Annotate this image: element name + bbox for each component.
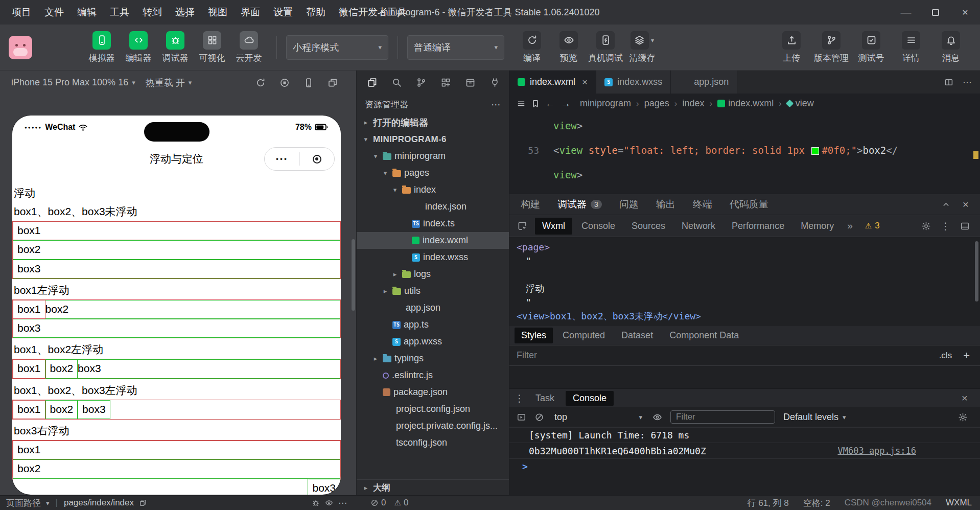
page-path-label[interactable]: 页面路径 <box>6 497 41 509</box>
breadcrumb-item[interactable]: view <box>787 98 814 109</box>
breadcrumb-item[interactable]: pages <box>644 98 669 109</box>
console-filter-input[interactable] <box>670 410 775 424</box>
toolbar-button-device-debug[interactable]: 真机调试 <box>587 31 624 64</box>
styles-tab[interactable]: Styles <box>515 328 553 343</box>
chevron-down-icon[interactable]: ▾ <box>46 499 50 507</box>
dock-panel-icon[interactable] <box>960 221 970 231</box>
devtools-tab[interactable]: Performance <box>725 218 791 235</box>
home-capsule-icon[interactable] <box>300 155 335 164</box>
hot-reload-toggle[interactable]: 热重载 开 ▾ <box>141 77 197 89</box>
wxml-tree-line[interactable]: <view>box1、box2、box3未浮动</view> <box>517 309 980 323</box>
device-selector[interactable]: iPhone 15 Pro Max 100% 16 ▾ <box>6 77 141 88</box>
bookmark-icon[interactable] <box>531 99 540 108</box>
menu-item[interactable]: 编辑 <box>71 0 103 25</box>
devtools-tab[interactable]: Wxml <box>535 218 572 235</box>
close-drawer-icon[interactable]: × <box>962 392 975 404</box>
styles-tab[interactable]: Dataset <box>615 328 660 343</box>
mode-dropdown[interactable]: 小程序模式 ▾ <box>286 35 388 60</box>
toolbar-button-message[interactable]: 消息 <box>931 31 971 64</box>
outline-section[interactable]: ▸ 大纲 <box>357 479 509 495</box>
menu-item[interactable]: 设置 <box>267 0 299 25</box>
wxml-tree-line[interactable]: 浮动 <box>517 282 980 295</box>
tree-item-package.json[interactable]: package.json <box>357 384 509 401</box>
search-icon[interactable] <box>391 77 402 88</box>
breadcrumb-item[interactable]: miniprogram <box>580 98 631 109</box>
close-tab-icon[interactable]: × <box>582 77 588 88</box>
console-output[interactable]: [system] Launch Time: 6718 ms0b32Mu000T1… <box>509 427 980 495</box>
tree-item-index[interactable]: ▾index <box>357 181 509 198</box>
copy-path-icon[interactable] <box>139 499 147 507</box>
back-arrow-icon[interactable]: ← <box>545 98 555 109</box>
breadcrumb-item[interactable]: index.wxml <box>717 98 774 109</box>
plugin-icon[interactable] <box>489 77 500 88</box>
more-tabs-icon[interactable]: » <box>843 220 857 231</box>
tree-item-utils[interactable]: ▸utils <box>357 283 509 299</box>
inspect-element-icon[interactable] <box>514 221 531 231</box>
debugger-panel-tab[interactable]: 输出 <box>656 198 675 211</box>
toolbar-button-upload[interactable]: 上传 <box>772 31 811 64</box>
device-frame-icon[interactable] <box>304 78 314 88</box>
warning-badge[interactable]: ⚠ 3 <box>865 221 880 231</box>
menu-item[interactable]: 视图 <box>201 0 234 25</box>
toolbar-button-version[interactable]: 版本管理 <box>811 31 851 64</box>
source-control-icon[interactable] <box>416 77 427 88</box>
tree-item-logs[interactable]: ▸logs <box>357 266 509 283</box>
devtools-tab[interactable]: Console <box>574 218 622 235</box>
toolbar-button-debugger[interactable]: 调试器 <box>157 31 194 64</box>
refresh-icon[interactable] <box>255 78 266 88</box>
project-root-section[interactable]: ▾ MINIPROGRAM-6 <box>357 131 509 148</box>
toolbar-button-preview[interactable]: 预览 <box>550 31 587 64</box>
tab-console[interactable]: Console <box>566 391 614 406</box>
tree-item-miniprogram[interactable]: ▾miniprogram <box>357 148 509 165</box>
tree-item-index.wxml[interactable]: index.wxml <box>357 232 509 249</box>
more-actions-icon[interactable]: ⋯ <box>338 498 347 508</box>
add-style-button[interactable]: + <box>960 349 973 362</box>
compile-mode-dropdown[interactable]: 普通编译 ▾ <box>407 35 504 60</box>
open-editors-section[interactable]: ▸ 打开的编辑器 <box>357 114 509 131</box>
tree-item-index.json[interactable]: index.json <box>357 198 509 215</box>
tree-item-index.ts[interactable]: index.ts <box>357 215 509 232</box>
tab-task[interactable]: Task <box>528 391 562 406</box>
debugger-panel-tab[interactable]: 终端 <box>693 198 712 211</box>
tree-item-index.wxss[interactable]: index.wxss <box>357 249 509 266</box>
more-actions-icon[interactable]: ⋯ <box>963 77 972 88</box>
menu-item[interactable]: 工具 <box>103 0 136 25</box>
wxml-scrollbar[interactable] <box>975 241 978 302</box>
styles-tab[interactable]: Component Data <box>663 328 745 343</box>
devtools-tab[interactable]: Sources <box>624 218 672 235</box>
context-selector[interactable]: top ▾ <box>552 412 644 423</box>
log-levels-dropdown[interactable]: Default levels ▾ <box>783 412 846 423</box>
toolbar-button-editor[interactable]: 编辑器 <box>120 31 157 64</box>
menu-item[interactable]: 界面 <box>234 0 267 25</box>
editor-tab[interactable]: index.wxml× <box>509 71 596 94</box>
tree-item-app.json[interactable]: app.json <box>357 299 509 316</box>
indent-setting[interactable]: 空格: 2 <box>803 497 830 509</box>
cls-toggle[interactable]: .cls <box>939 351 952 361</box>
menu-item[interactable]: 转到 <box>136 0 169 25</box>
vconsole-bug-icon[interactable] <box>312 499 320 507</box>
split-editor-icon[interactable] <box>944 78 953 87</box>
toolbar-button-visual[interactable]: 可视化 <box>194 31 230 64</box>
stop-icon[interactable] <box>279 78 290 88</box>
forward-arrow-icon[interactable]: → <box>561 98 571 109</box>
debugger-panel-tab[interactable]: 问题 <box>619 198 639 211</box>
toolbar-button-details[interactable]: 详情 <box>891 31 931 64</box>
more-menu-icon[interactable]: ●●● <box>265 156 299 161</box>
wxml-tree-line[interactable]: " <box>517 254 980 268</box>
wxml-tree-line[interactable]: " <box>517 295 980 309</box>
toolbar-button-simulator[interactable]: 模拟器 <box>83 31 120 64</box>
eval-context-icon[interactable] <box>517 412 526 422</box>
extensions-icon[interactable] <box>440 77 451 88</box>
breadcrumb-item[interactable]: index <box>682 98 704 109</box>
capsule-menu[interactable]: ●●● <box>264 147 335 171</box>
toolbar-button-clear-cache[interactable]: ▾清缓存 <box>624 31 661 64</box>
kebab-menu-icon[interactable]: ⋮ <box>515 392 524 404</box>
editor-tab[interactable]: index.wxss <box>596 71 671 94</box>
devtools-tab[interactable]: Memory <box>794 218 841 235</box>
tree-item-tsconfig.json[interactable]: tsconfig.json <box>357 434 509 451</box>
cursor-position[interactable]: 行 61, 列 8 <box>747 497 788 509</box>
tree-item-project.private.config.js...[interactable]: project.private.config.js... <box>357 418 509 434</box>
gear-icon[interactable] <box>921 221 931 231</box>
files-icon[interactable] <box>367 77 378 88</box>
phone-simulator[interactable]: ●●●●● WeChat 78% 浮动与定位 ●●● <box>12 115 341 495</box>
